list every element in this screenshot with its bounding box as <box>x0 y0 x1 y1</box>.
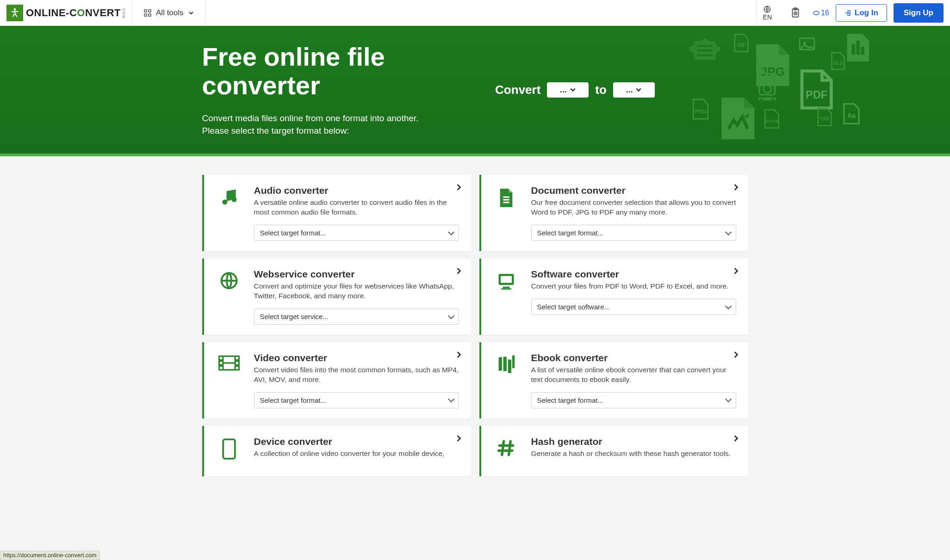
hash-icon <box>493 436 519 466</box>
card-description: Convert your files from PDF to Word, PDF… <box>531 282 736 291</box>
card-document-converter: Document converterOur free document conv… <box>479 175 748 251</box>
svg-rect-36 <box>501 276 512 283</box>
login-button[interactable]: Log In <box>836 4 887 22</box>
convert-label: Convert <box>495 83 540 97</box>
card-expand-arrow[interactable] <box>456 268 461 276</box>
convert-to-select[interactable]: ... <box>613 82 655 98</box>
target-format-select[interactable]: Select target format... <box>254 225 459 241</box>
svg-point-9 <box>813 11 819 15</box>
hero: GIF JPG XLS PDF PNG DOCX TIFF Aa Free on… <box>0 26 950 156</box>
target-format-select[interactable]: Select target format... <box>531 392 736 408</box>
chevron-down-icon <box>570 86 576 93</box>
target-format-select[interactable]: Select target format... <box>531 225 736 241</box>
svg-rect-38 <box>501 289 511 290</box>
header-right: EN 16 Log In Sign Up <box>756 0 950 25</box>
svg-rect-18 <box>861 47 865 55</box>
svg-rect-48 <box>498 357 502 371</box>
card-expand-arrow[interactable] <box>456 435 461 443</box>
language-label: EN <box>763 13 772 21</box>
card-description: Our free document converter selection th… <box>531 198 736 217</box>
device-icon <box>216 436 242 466</box>
svg-rect-50 <box>508 359 511 373</box>
globe-icon <box>763 5 771 13</box>
svg-rect-44 <box>236 362 238 364</box>
converter-cards: Audio converterA versatile online audio … <box>174 175 776 494</box>
svg-rect-43 <box>236 357 238 359</box>
header: ONLINE-CONVERT .COM All tools EN 16 Log … <box>0 0 950 26</box>
chevron-down-icon <box>635 86 642 93</box>
logo[interactable]: ONLINE-CONVERT .COM <box>0 0 133 25</box>
svg-rect-45 <box>236 367 238 369</box>
svg-text:PDF: PDF <box>806 89 827 101</box>
signup-button[interactable]: Sign Up <box>894 3 944 23</box>
target-format-select[interactable]: Select target service... <box>254 308 459 325</box>
svg-rect-37 <box>503 287 509 289</box>
card-description: Generate a hash or checksum with these h… <box>531 449 736 459</box>
svg-rect-49 <box>503 357 506 371</box>
logo-com: .COM <box>122 7 126 18</box>
login-icon <box>844 9 852 17</box>
card-software-converter: Software converterConvert your files fro… <box>479 258 748 335</box>
software-icon <box>493 269 519 325</box>
convert-to-value: ... <box>626 85 633 95</box>
svg-rect-32 <box>503 199 509 201</box>
card-expand-arrow[interactable] <box>733 268 738 276</box>
globe-icon <box>216 269 242 325</box>
svg-text:Aa: Aa <box>847 112 856 119</box>
card-title: Device converter <box>254 436 459 447</box>
all-tools-label: All tools <box>156 8 184 18</box>
card-title: Audio converter <box>254 185 459 196</box>
card-description: A list of versatile online ebook convert… <box>531 365 736 385</box>
card-expand-arrow[interactable] <box>733 435 738 443</box>
svg-point-29 <box>222 200 227 205</box>
svg-rect-4 <box>149 14 151 16</box>
music-icon <box>216 185 242 241</box>
svg-rect-2 <box>149 10 151 12</box>
all-tools-menu[interactable]: All tools <box>133 0 205 25</box>
document-icon <box>493 185 519 241</box>
card-description: A versatile online audio converter to co… <box>254 198 459 217</box>
card-expand-arrow[interactable] <box>733 351 738 360</box>
card-hash-generator: Hash generatorGenerate a hash or checksu… <box>479 426 748 476</box>
svg-point-14 <box>803 42 806 44</box>
svg-rect-42 <box>220 367 222 369</box>
hero-title: Free online file converter <box>202 43 486 99</box>
card-expand-arrow[interactable] <box>456 351 461 360</box>
svg-rect-47 <box>224 364 234 369</box>
hero-subtitle: Convert media files online from one form… <box>202 112 443 137</box>
svg-rect-33 <box>503 202 509 203</box>
target-format-select[interactable]: Select target software... <box>531 299 736 315</box>
language-selector[interactable]: EN <box>756 0 778 25</box>
card-description: Convert and optimize your files for webs… <box>254 282 459 301</box>
svg-rect-16 <box>852 44 856 55</box>
convert-from-select[interactable]: ... <box>547 82 589 98</box>
logo-icon <box>6 5 23 21</box>
card-expand-arrow[interactable] <box>456 184 461 192</box>
card-webservice-converter: Webservice converterConvert and optimize… <box>202 258 471 335</box>
card-audio-converter: Audio converterA versatile online audio … <box>202 175 471 251</box>
clipboard-button[interactable] <box>785 0 806 25</box>
card-ebook-converter: Ebook converterA list of versatile onlin… <box>479 342 748 418</box>
svg-rect-13 <box>800 38 814 50</box>
svg-rect-31 <box>503 197 509 198</box>
card-description: A collection of online video converter f… <box>254 449 459 459</box>
target-format-select[interactable]: Select target format... <box>254 392 459 408</box>
signup-label: Sign Up <box>904 8 933 17</box>
svg-rect-46 <box>224 357 234 363</box>
login-label: Log In <box>855 8 878 18</box>
convert-from-value: ... <box>560 85 567 95</box>
hero-convert-widget: Convert ... to ... <box>486 82 748 98</box>
svg-rect-52 <box>223 439 235 459</box>
svg-rect-51 <box>512 355 515 368</box>
svg-rect-1 <box>144 10 147 12</box>
card-title: Video converter <box>254 352 459 363</box>
svg-text:TIFF: TIFF <box>819 116 830 122</box>
minutes-value: 16 <box>821 9 829 17</box>
chevron-down-icon <box>188 10 194 16</box>
svg-rect-41 <box>220 362 222 364</box>
card-expand-arrow[interactable] <box>733 184 738 192</box>
logo-text: ONLINE-CONVERT <box>26 7 121 19</box>
svg-rect-3 <box>144 14 147 16</box>
minutes-remaining[interactable]: 16 <box>813 9 829 17</box>
card-title: Hash generator <box>531 436 736 447</box>
